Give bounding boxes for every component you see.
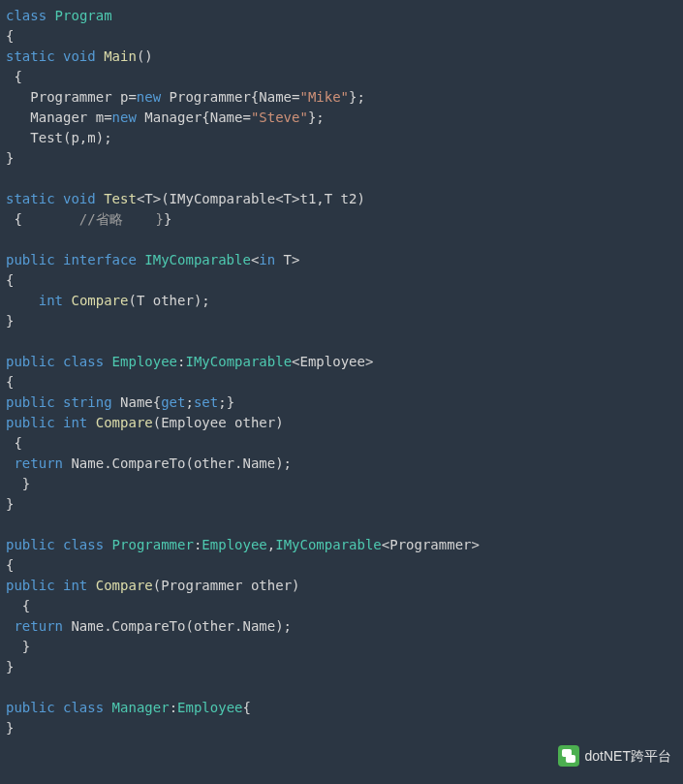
keyword: int bbox=[39, 293, 63, 308]
keyword: public bbox=[6, 354, 55, 369]
keyword: set bbox=[194, 394, 218, 410]
comment: //省略 } bbox=[79, 211, 164, 227]
brace: { bbox=[6, 435, 22, 451]
keyword: class bbox=[63, 537, 104, 552]
text: () bbox=[137, 48, 153, 64]
brace: { bbox=[6, 272, 14, 288]
text: Manager{Name= bbox=[137, 110, 251, 125]
text: } bbox=[164, 211, 171, 227]
brace: } bbox=[6, 476, 30, 491]
keyword: int bbox=[63, 415, 87, 430]
text: Manager m= bbox=[6, 110, 112, 125]
text: { bbox=[243, 700, 251, 715]
code-block: class Program { static void Main() { Pro… bbox=[0, 0, 683, 744]
method-name: Test bbox=[104, 191, 137, 206]
type-name: Employee bbox=[202, 537, 266, 552]
text: Programmer p= bbox=[6, 89, 137, 105]
keyword: public bbox=[6, 700, 55, 715]
text: T> bbox=[275, 252, 299, 267]
text: Name{ bbox=[112, 394, 162, 410]
type-name: IMyComparable bbox=[185, 354, 292, 369]
brace: { bbox=[6, 69, 22, 84]
text: <Employee> bbox=[292, 354, 373, 369]
keyword: public bbox=[6, 537, 55, 552]
keyword: return bbox=[14, 618, 63, 634]
method-name: Main bbox=[104, 48, 137, 64]
brace: } bbox=[6, 720, 14, 736]
text: Name.CompareTo(other.Name); bbox=[63, 618, 292, 634]
keyword: public bbox=[6, 252, 55, 267]
type-name: Program bbox=[55, 8, 112, 23]
keyword: class bbox=[6, 8, 47, 23]
brace: } bbox=[6, 496, 14, 512]
keyword: new bbox=[112, 110, 137, 125]
text: <Programmer> bbox=[382, 537, 480, 552]
keyword: string bbox=[63, 394, 112, 410]
keyword: class bbox=[63, 354, 104, 369]
keyword: return bbox=[14, 455, 63, 471]
type-name: Employee bbox=[112, 354, 177, 369]
text: }; bbox=[349, 89, 365, 105]
brace: { bbox=[6, 374, 14, 390]
type-name: IMyComparable bbox=[275, 537, 382, 552]
brace: { bbox=[6, 598, 30, 613]
keyword: public bbox=[6, 578, 55, 593]
keyword: get bbox=[161, 394, 185, 410]
text: Name.CompareTo(other.Name); bbox=[63, 455, 292, 471]
keyword: class bbox=[63, 700, 104, 715]
text: <T>(IMyComparable<T>t1,T t2) bbox=[137, 191, 365, 206]
text: : bbox=[170, 700, 177, 715]
method-name: Compare bbox=[96, 578, 153, 593]
text: Programmer{Name= bbox=[161, 89, 299, 105]
text: , bbox=[267, 537, 275, 552]
text: (T other); bbox=[128, 293, 209, 308]
keyword: new bbox=[137, 89, 161, 105]
brace: } bbox=[6, 150, 14, 166]
text: ;} bbox=[218, 394, 234, 410]
watermark-text: dotNET跨平台 bbox=[585, 746, 671, 767]
type-name: IMyComparable bbox=[144, 252, 251, 267]
brace: } bbox=[6, 313, 14, 329]
text: { bbox=[6, 211, 79, 227]
type-name: Employee bbox=[177, 700, 242, 715]
brace: { bbox=[6, 557, 14, 573]
text: (Programmer other) bbox=[153, 578, 300, 593]
watermark: dotNET跨平台 bbox=[558, 745, 671, 767]
keyword: static bbox=[6, 191, 55, 206]
text bbox=[6, 293, 39, 308]
keyword: in bbox=[259, 252, 275, 267]
keyword: public bbox=[6, 394, 55, 410]
brace: } bbox=[6, 639, 30, 654]
method-name: Compare bbox=[71, 293, 128, 308]
string-literal: "Mike" bbox=[299, 89, 349, 105]
string-literal: "Steve" bbox=[251, 110, 308, 125]
text: (Employee other) bbox=[153, 415, 284, 430]
keyword: static bbox=[6, 48, 55, 64]
brace: { bbox=[6, 28, 14, 44]
text: Test(p,m); bbox=[6, 130, 112, 145]
keyword: int bbox=[63, 578, 87, 593]
keyword: interface bbox=[63, 252, 137, 267]
method-name: Compare bbox=[96, 415, 153, 430]
brace: } bbox=[6, 659, 14, 674]
keyword: void bbox=[63, 48, 96, 64]
keyword: public bbox=[6, 415, 55, 430]
keyword: void bbox=[63, 191, 96, 206]
text: }; bbox=[308, 110, 325, 125]
type-name: Manager bbox=[112, 700, 170, 715]
wechat-icon bbox=[558, 745, 579, 767]
type-name: Programmer bbox=[112, 537, 194, 552]
text: ; bbox=[185, 394, 193, 410]
